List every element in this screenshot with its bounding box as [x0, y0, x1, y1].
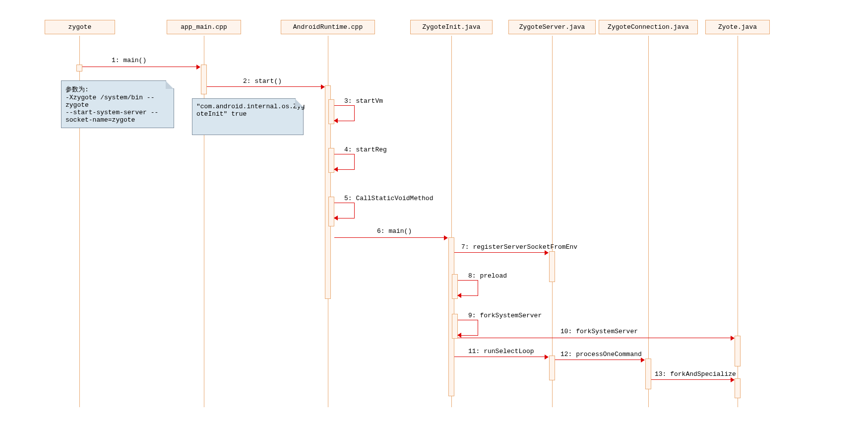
msg-label-9: 9: forkSystemServer	[468, 312, 542, 319]
participant-label: ZygoteInit.java	[422, 23, 480, 31]
participant-zyote: Zyote.java	[705, 20, 770, 34]
note-fold-icon	[295, 98, 304, 107]
arrow-6	[334, 237, 447, 238]
self-arrow-9	[458, 320, 478, 336]
self-arrow-3	[334, 105, 355, 121]
lifeline-zygoteserver	[552, 36, 553, 407]
participant-label: zygote	[68, 23, 92, 31]
note-line: "com.android.internal.os.Zyg	[196, 103, 299, 110]
note-line: --start-system-server --	[65, 109, 170, 116]
note-line: -Xzygote /system/bin --zygote	[65, 94, 170, 109]
msg-label-6: 6: main()	[377, 227, 412, 235]
msg-label-1: 1: main()	[112, 57, 146, 64]
msg-label-4: 4: startReg	[344, 146, 387, 153]
participant-label: AndroidRuntime.cpp	[293, 23, 363, 31]
msg-label-5: 5: CallStaticVoidMethod	[344, 195, 433, 202]
self-arrow-5	[334, 203, 355, 218]
activation-appmain	[201, 65, 207, 94]
msg-label-13: 13: forkAndSpecialize	[655, 370, 736, 378]
msg-label-2: 2: start()	[243, 77, 282, 85]
participant-appmain: app_main.cpp	[167, 20, 241, 34]
activation-zygoteserver	[549, 251, 555, 282]
self-arrow-8	[458, 280, 478, 296]
lifeline-zygoteconn	[648, 36, 649, 407]
arrow-11	[454, 357, 548, 357]
note-start-params: "com.android.internal.os.Zyg oteInit" tr…	[192, 98, 304, 135]
activation-zygoteconn	[645, 359, 651, 389]
participant-label: Zyote.java	[718, 23, 757, 31]
activation-zygoteserver2	[549, 356, 555, 380]
msg-label-12: 12: processOneCommand	[560, 351, 642, 358]
self-arrow-4	[334, 154, 355, 170]
participant-zygoteconn: ZygoteConnection.java	[599, 20, 698, 34]
note-fold-icon	[166, 80, 174, 89]
participant-label: app_main.cpp	[181, 23, 227, 31]
activation-androidruntime-callstatic	[328, 197, 334, 226]
arrow-10	[458, 338, 734, 338]
participant-label: ZygoteConnection.java	[608, 23, 689, 31]
msg-label-11: 11: runSelectLoop	[468, 348, 534, 355]
msg-label-8: 8: preload	[468, 272, 507, 280]
activation-zyote	[735, 336, 741, 366]
participant-zygoteserver: ZygoteServer.java	[508, 20, 596, 34]
arrow-13	[651, 379, 734, 380]
participant-label: ZygoteServer.java	[519, 23, 585, 31]
note-line: 参数为:	[65, 85, 170, 94]
note-line: oteInit" true	[196, 110, 299, 118]
arrow-12	[555, 360, 644, 360]
note-line: socket-name=zygote	[65, 116, 170, 124]
participant-zygote: zygote	[45, 20, 115, 34]
participant-zygoteinit: ZygoteInit.java	[410, 20, 493, 34]
activation-zygote	[76, 65, 82, 72]
participant-androidruntime: AndroidRuntime.cpp	[281, 20, 375, 34]
arrow-2	[207, 86, 324, 87]
note-zygote-params: 参数为: -Xzygote /system/bin --zygote --sta…	[61, 80, 174, 128]
msg-label-7: 7: registerServerSocketFromEnv	[461, 243, 577, 251]
arrow-7	[454, 252, 548, 253]
arrow-1	[82, 67, 200, 67]
msg-label-10: 10: forkSystemServer	[560, 328, 638, 335]
msg-label-3: 3: startVm	[344, 97, 383, 105]
activation-zyote2	[735, 378, 741, 398]
